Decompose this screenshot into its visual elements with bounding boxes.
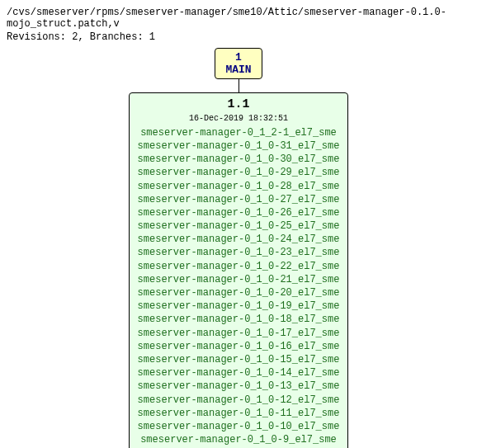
revision-tag: smeserver-manager-0_1_0-11_el7_sme (138, 407, 340, 420)
revision-tag: smeserver-manager-0_1_0-18_el7_sme (138, 313, 340, 326)
revision-tag: smeserver-manager-0_1_0-19_el7_sme (138, 299, 340, 313)
revision-tag: smeserver-manager-0_1_0-26_el7_sme (138, 206, 340, 219)
stats-line: Revisions: 2, Branches: 1 (7, 31, 470, 43)
revision-1-1-date: 16-Dec-2019 18:32:51 (138, 113, 340, 125)
revision-1-1-node[interactable]: 1.1 16-Dec-2019 18:32:51 smeserver-manag… (129, 92, 349, 448)
connector-line (238, 79, 239, 92)
revision-tag: smeserver-manager-0_1_0-24_el7_sme (138, 233, 340, 246)
revision-tag: smeserver-manager-0_1_0-13_el7_sme (138, 380, 340, 393)
revision-1-1-title: 1.1 (138, 97, 340, 113)
revision-tag: smeserver-manager-0_1_0-23_el7_sme (138, 246, 340, 259)
revision-diagram: 1 MAIN 1.1 16-Dec-2019 18:32:51 smeserve… (7, 48, 470, 448)
revision-tag: smeserver-manager-0_1_0-28_el7_sme (138, 180, 340, 193)
revision-tag: smeserver-manager-0_1_0-12_el7_sme (138, 394, 340, 407)
revision-tag: smeserver-manager-0_1_0-25_el7_sme (138, 219, 340, 233)
revision-tag: smeserver-manager-0_1_0-21_el7_sme (138, 273, 340, 286)
revision-1-1-tags: smeserver-manager-0_1_2-1_el7_smesmeserv… (138, 126, 340, 448)
branch-main-number: 1 (225, 51, 251, 64)
revision-tag: smeserver-manager-0_1_0-10_el7_sme (138, 420, 340, 433)
branch-main-label: MAIN (225, 64, 251, 76)
revision-tag: smeserver-manager-0_1_0-29_el7_sme (138, 166, 340, 179)
revision-tag: smeserver-manager-0_1_0-17_el7_sme (138, 327, 340, 340)
revision-tag: smeserver-manager-0_1_0-14_el7_sme (138, 366, 340, 380)
revision-tag: smeserver-manager-0_1_0-20_el7_sme (138, 286, 340, 299)
revision-tag: smeserver-manager-0_1_2-1_el7_sme (138, 126, 340, 139)
branch-main-node[interactable]: 1 MAIN (215, 48, 262, 79)
file-path: /cvs/smeserver/rpms/smeserver-manager/sm… (7, 7, 470, 30)
revision-tag: smeserver-manager-0_1_0-30_el7_sme (138, 153, 340, 166)
revision-tag: smeserver-manager-0_1_0-9_el7_sme (138, 433, 340, 446)
revision-tag: smeserver-manager-0_1_0-27_el7_sme (138, 193, 340, 206)
revision-tag: smeserver-manager-0_1_0-15_el7_sme (138, 353, 340, 366)
revision-tag: smeserver-manager-0_1_0-22_el7_sme (138, 260, 340, 273)
revision-tag: smeserver-manager-0_1_0-31_el7_sme (138, 139, 340, 153)
revision-tag: smeserver-manager-0_1_0-16_el7_sme (138, 340, 340, 353)
